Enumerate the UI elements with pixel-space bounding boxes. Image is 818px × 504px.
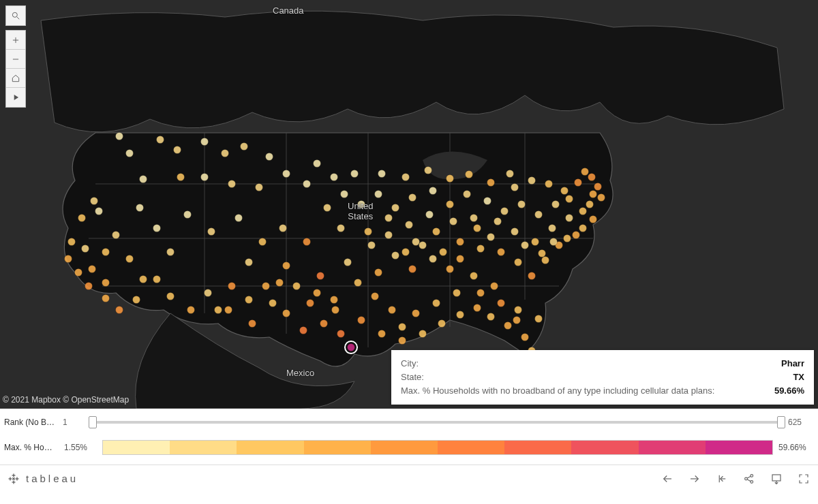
play-button[interactable]: [6, 88, 25, 107]
fullscreen-button[interactable]: [796, 471, 811, 486]
tableau-logo[interactable]: tableau: [7, 472, 78, 486]
tableau-wordmark: tableau: [26, 473, 78, 484]
search-icon: [11, 11, 20, 20]
legend-label: Max. % Ho…: [4, 443, 59, 452]
home-icon: [11, 74, 20, 83]
tooltip-city-label: City:: [401, 357, 419, 371]
map-attribution: © 2021 Mapbox © OpenStreetMap: [3, 395, 129, 405]
legend-row: Max. % Ho… 1.55% 59.66%: [0, 433, 818, 464]
search-button[interactable]: [6, 6, 25, 25]
legend-segment: [170, 441, 237, 454]
tooltip-metric-label: Max. % Households with no broadband of a…: [401, 384, 714, 398]
map-toolbar: [5, 5, 26, 108]
legend-segment: [504, 441, 571, 454]
legend-segment: [371, 441, 438, 454]
tooltip-state-value: TX: [793, 371, 804, 384]
map-canvas[interactable]: Canada United States Mexico: [0, 0, 818, 409]
rank-slider[interactable]: [90, 416, 784, 428]
legend-segment: [103, 441, 170, 454]
svg-point-1: [12, 12, 17, 17]
tableau-icon: [7, 472, 20, 486]
rank-slider-max: 625: [788, 418, 811, 427]
fullscreen-icon: [798, 473, 810, 485]
slider-thumb-right[interactable]: [777, 416, 785, 428]
play-icon: [11, 93, 20, 102]
tooltip: City:Pharr State:TX Max. % Households wi…: [391, 350, 814, 405]
svg-line-25: [747, 479, 751, 481]
legend-segment: [639, 441, 706, 454]
reset-icon: [716, 473, 728, 485]
undo-button[interactable]: [660, 471, 675, 486]
redo-button[interactable]: [687, 471, 702, 486]
share-button[interactable]: [742, 471, 757, 486]
rank-slider-label: Rank (No B…: [4, 418, 59, 427]
slider-track: [90, 421, 784, 424]
legend-segment: [571, 441, 638, 454]
footer: tableau: [0, 464, 818, 492]
download-icon: [770, 473, 783, 485]
rank-slider-row: Rank (No B… 1 625: [0, 409, 818, 433]
controls-panel: Rank (No B… 1 625 Max. % Ho… 1.55% 59.66…: [0, 409, 818, 464]
minus-icon: [11, 54, 20, 64]
footer-actions: [660, 471, 811, 486]
tooltip-city-value: Pharr: [781, 357, 804, 371]
svg-rect-26: [772, 475, 781, 481]
rank-slider-min: 1: [63, 418, 86, 427]
zoom-out-button[interactable]: [6, 50, 25, 69]
share-icon: [743, 473, 755, 485]
arrow-left-icon: [661, 473, 673, 485]
basemap-svg: [0, 0, 818, 409]
legend-segment: [304, 441, 371, 454]
download-button[interactable]: [769, 471, 784, 486]
legend-segment: [706, 441, 772, 454]
arrow-right-icon: [688, 473, 701, 485]
svg-line-2: [17, 17, 20, 20]
tooltip-metric-value: 59.66%: [774, 384, 804, 398]
reset-button[interactable]: [714, 471, 729, 486]
legend-segment: [237, 441, 303, 454]
plus-icon: [11, 35, 20, 45]
legend-min: 1.55%: [64, 443, 97, 452]
legend-bar: [102, 440, 773, 455]
zoom-in-button[interactable]: [6, 31, 25, 50]
slider-thumb-left[interactable]: [89, 416, 97, 428]
tooltip-state-label: State:: [401, 371, 424, 384]
legend-max: 59.66%: [778, 443, 811, 452]
svg-marker-6: [14, 95, 18, 100]
svg-line-24: [747, 476, 751, 478]
legend-segment: [438, 441, 504, 454]
home-button[interactable]: [6, 69, 25, 88]
